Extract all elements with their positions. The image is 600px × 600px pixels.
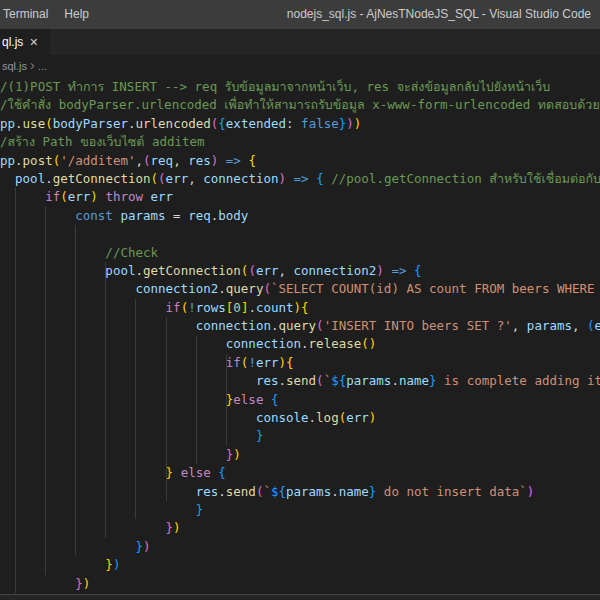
code-line: connection.release() xyxy=(0,335,600,353)
code-line: pp.post('/additem',(req, res) => { xyxy=(0,152,600,170)
window-title: nodejs_sql.js - AjNesTNodeJS_SQL - Visua… xyxy=(287,0,591,29)
code-line: pp.use(bodyParser.urlencoded({extended: … xyxy=(0,115,600,133)
code-line: } else { xyxy=(0,464,600,482)
code-line: }) xyxy=(0,556,600,574)
code-line: pool.getConnection((err, connection) => … xyxy=(0,170,600,188)
tab-label: ql.js xyxy=(2,35,23,49)
code-line: res.send(`${params.name} do not insert d… xyxy=(0,483,600,501)
indent-guide xyxy=(45,207,46,575)
tab-bar: ql.js ✕ xyxy=(0,29,600,55)
code-line xyxy=(0,225,600,243)
code-line: if(err) throw err xyxy=(0,188,600,206)
indent-guide xyxy=(166,317,167,501)
indent-guide xyxy=(196,336,197,464)
code-line: if(!err){ xyxy=(0,354,600,372)
panel-border xyxy=(0,594,600,600)
chevron-right-icon: › xyxy=(30,57,35,73)
breadcrumb-symbol[interactable]: ... xyxy=(38,60,47,72)
code-line: } xyxy=(0,501,600,519)
code-line: }) xyxy=(0,519,600,537)
code-line: const params = req.body xyxy=(0,207,600,225)
code-line: //Check xyxy=(0,244,600,262)
indent-guide xyxy=(105,262,106,538)
code-line: if(!rows[0].count){ xyxy=(0,299,600,317)
menu-item-help[interactable]: Help xyxy=(56,0,97,29)
indent-guide xyxy=(226,354,227,446)
code-line: /(1)POST ทำการ INSERT --> req รับข้อมูลม… xyxy=(0,78,600,96)
indent-guide xyxy=(15,188,16,593)
tab-nodejs-sql[interactable]: ql.js ✕ xyxy=(0,29,50,55)
code-line: }) xyxy=(0,538,600,556)
indent-guide xyxy=(135,299,136,519)
code-line: res.send(`${params.name} is complete add… xyxy=(0,372,600,390)
code-line: } xyxy=(0,427,600,445)
menu-item-terminal[interactable]: Terminal xyxy=(0,0,56,29)
breadcrumb-file[interactable]: sql.js xyxy=(2,60,27,72)
code-line: pool.getConnection((err, connection2) =>… xyxy=(0,262,600,280)
indent-guide xyxy=(75,225,76,556)
code-line: /ใช้คำสั่ง bodyParser.urlencoded เพื่อทำ… xyxy=(0,96,600,114)
breadcrumb[interactable]: sql.js › ... xyxy=(0,55,600,76)
code-line: console.log(err) xyxy=(0,409,600,427)
editor[interactable]: /(1)POST ทำการ INSERT --> req รับข้อมูลม… xyxy=(0,76,600,594)
code-line: /สร้าง Path ของเว็บไซต์ additem xyxy=(0,133,600,151)
tab-close-icon[interactable]: ✕ xyxy=(29,36,38,49)
code-line: connection.query('INSERT INTO beers SET … xyxy=(0,317,600,335)
code-lines: /(1)POST ทำการ INSERT --> req รับข้อมูลม… xyxy=(0,78,600,593)
code-line: }else { xyxy=(0,391,600,409)
code-line: }) xyxy=(0,575,600,593)
code-line: }) xyxy=(0,446,600,464)
code-line: connection2.query(`SELECT COUNT(id) AS c… xyxy=(0,280,600,298)
title-bar: Terminal Help nodejs_sql.js - AjNesTNode… xyxy=(0,0,600,29)
